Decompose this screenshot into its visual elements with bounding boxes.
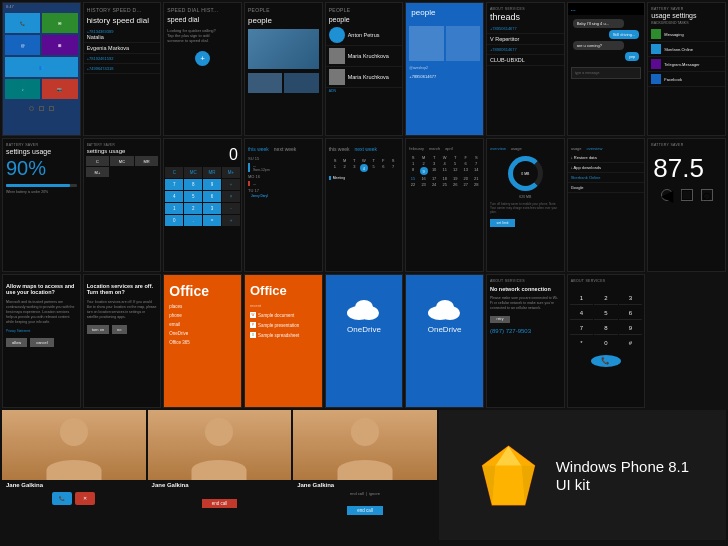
calc-mul[interactable]: × xyxy=(222,191,240,202)
cal-header-m: M xyxy=(340,158,349,163)
calc-7[interactable]: 7 xyxy=(165,179,183,190)
s4-status: people xyxy=(245,3,322,14)
s21-item3: email xyxy=(164,320,241,329)
calc-mplus[interactable]: M+ xyxy=(222,167,240,178)
s11-cell1: C xyxy=(86,156,110,166)
s22-logo: Office xyxy=(245,280,322,301)
feb-t: T xyxy=(429,155,439,160)
product-text: Windows Phone 8.1 UI kit xyxy=(556,458,689,493)
dialpad-2[interactable]: 2 xyxy=(594,291,618,305)
tile-people: 👥 xyxy=(5,57,78,77)
calc-6[interactable]: 6 xyxy=(203,191,221,202)
dialpad-6[interactable]: 6 xyxy=(619,306,643,320)
s18-home[interactable]: □ xyxy=(681,189,693,201)
call-name-1: Jane Galkina xyxy=(6,482,142,488)
calc-div[interactable]: ÷ xyxy=(222,179,240,190)
s19-cancel-btn[interactable]: cancel xyxy=(30,338,54,347)
dialpad-8[interactable]: 8 xyxy=(594,321,618,335)
s16-tab1: overview xyxy=(490,146,506,151)
s22-section: recent xyxy=(245,301,322,310)
feb-6: 6 xyxy=(461,161,471,166)
s19-allow-btn[interactable]: allow xyxy=(6,338,27,347)
screen-threads: ABOUT SERVICES threads +78950614677 V Re… xyxy=(486,2,565,136)
s8-header: ... xyxy=(568,3,645,15)
screen-onedrive-2: OneDrive xyxy=(405,274,484,408)
feb-2: 2 xyxy=(419,161,429,166)
screen-history: history speed d... history speed dial +7… xyxy=(83,2,162,136)
calc-2[interactable]: 2 xyxy=(184,203,202,214)
calc-mr[interactable]: MR xyxy=(203,167,221,178)
dialpad-call-btn[interactable]: 📞 xyxy=(591,355,621,367)
s8-input[interactable]: type a message xyxy=(571,67,642,79)
calc-eq[interactable]: = xyxy=(203,215,221,226)
dialpad-5[interactable]: 5 xyxy=(594,306,618,320)
s25-btn[interactable]: retry xyxy=(490,316,510,323)
call-decline-btn[interactable]: ✕ xyxy=(75,492,95,505)
s18-search[interactable]: ⌕ xyxy=(701,189,713,201)
feb-m: M xyxy=(419,155,429,160)
calc-c[interactable]: C xyxy=(165,167,183,178)
s16-btn[interactable]: set limit xyxy=(490,219,515,227)
s10-fill xyxy=(6,184,70,187)
s7-status: ABOUT SERVICES xyxy=(487,3,564,12)
s18-back[interactable]: ◀ xyxy=(661,189,673,201)
s16-btn-label: set limit xyxy=(497,221,509,225)
s26-status: ABOUT SERVICES xyxy=(568,275,645,284)
s6-photo2 xyxy=(446,26,480,61)
s8-msg2: Still driving... xyxy=(609,30,640,39)
call-tab-1: end call xyxy=(350,491,364,496)
feb-11: 11 xyxy=(440,167,450,175)
dialpad-1[interactable]: 1 xyxy=(570,291,594,305)
calc-9[interactable]: 9 xyxy=(203,179,221,190)
screen-people-contacts: people people Anton Petrus Maria Kruchko… xyxy=(325,2,404,136)
s13-event3: Jenny Daryl xyxy=(248,193,319,199)
s25-title: No network connection xyxy=(487,284,564,294)
calc-1[interactable]: 1 xyxy=(165,203,183,214)
calc-mc[interactable]: MC xyxy=(184,167,202,178)
calc-5[interactable]: 5 xyxy=(184,191,202,202)
s9-label1: Messaging xyxy=(664,32,683,37)
screen-calendar-2: this week next week S M T W T F S 1 2 3 … xyxy=(325,138,404,272)
calc-8[interactable]: 8 xyxy=(184,179,202,190)
calc-3[interactable]: 3 xyxy=(203,203,221,214)
dialpad-3[interactable]: 3 xyxy=(619,291,643,305)
s17-tab2: overview xyxy=(587,146,603,151)
s8-msg4: yep xyxy=(625,52,639,61)
s3-add-btn[interactable]: + xyxy=(195,51,210,66)
calc-minus[interactable]: - xyxy=(222,203,240,214)
screen-sms: ... Baby I'll sing 4 u... Still driving.… xyxy=(567,2,646,136)
feb-15: 15 xyxy=(408,176,418,181)
feb-20: 20 xyxy=(461,176,471,181)
tile-store: ⊞ xyxy=(42,35,77,55)
calc-0[interactable]: 0 xyxy=(165,215,183,226)
s19-privacy: Privacy Statement xyxy=(3,326,80,336)
dialpad-star[interactable]: * xyxy=(570,336,594,350)
dialpad-9[interactable]: 9 xyxy=(619,321,643,335)
s2-item2: Evgenia Markova xyxy=(84,43,161,54)
dialpad-4[interactable]: 4 xyxy=(570,306,594,320)
dialpad-7[interactable]: 7 xyxy=(570,321,594,335)
s20-turn-on-btn[interactable]: turn on xyxy=(87,325,109,334)
s22-item3: X Sample spreadsheet xyxy=(245,330,322,340)
s9-status: BATTERY SAVER xyxy=(648,3,725,12)
s13-date2: MO 16 xyxy=(248,174,319,179)
call-answer-btn[interactable]: 📞 xyxy=(52,492,72,505)
call-end-btn-1[interactable]: end call xyxy=(202,499,238,508)
feb-19: 19 xyxy=(450,176,460,181)
calc-4[interactable]: 4 xyxy=(165,191,183,202)
s2-item1: +78134369389 Natalia xyxy=(84,27,161,43)
feb-16: 16 xyxy=(419,176,429,181)
calc-dot[interactable]: . xyxy=(184,215,202,226)
call-head-2 xyxy=(205,418,233,446)
cal-header-sa: S xyxy=(389,158,398,163)
s15-tab1: february xyxy=(409,146,424,151)
screen-office-recent: Office recent W Sample document P Sample… xyxy=(244,274,323,408)
calc-plus[interactable]: + xyxy=(222,215,240,226)
call-end-btn-2[interactable]: end call xyxy=(347,506,383,515)
s5-adn: ADN xyxy=(326,88,403,94)
dialpad-hash[interactable]: # xyxy=(619,336,643,350)
s20-no-btn[interactable]: no xyxy=(112,325,126,334)
dialpad-0[interactable]: 0 xyxy=(594,336,618,350)
s13-date: SU 15 xyxy=(248,156,319,161)
s23-label: OneDrive xyxy=(331,325,398,334)
